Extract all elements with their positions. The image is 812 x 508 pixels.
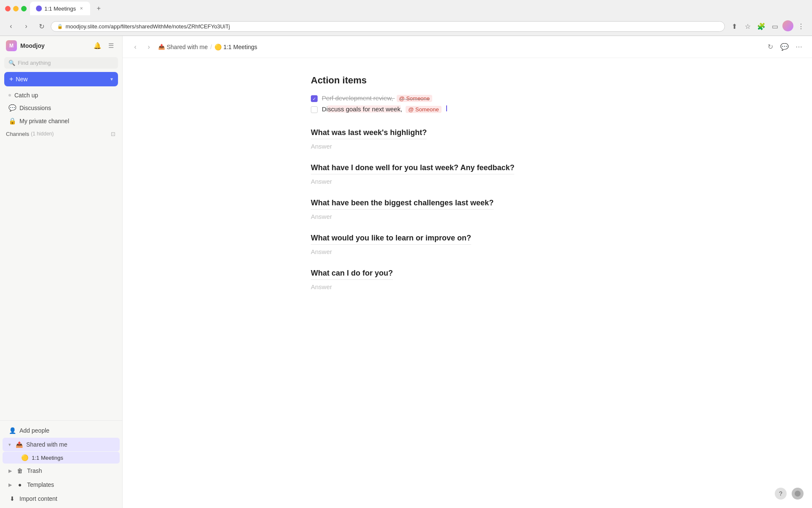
- search-bar[interactable]: 🔍 Find anything: [4, 57, 118, 69]
- question-4-answer[interactable]: Answer: [311, 248, 624, 255]
- action-items-title: Action items: [311, 75, 624, 86]
- task-1-checkbox[interactable]: ✓: [311, 95, 318, 102]
- sidebar-item-catchup[interactable]: Catch up: [3, 89, 120, 101]
- question-3-answer[interactable]: Answer: [311, 213, 624, 220]
- window-close-dot[interactable]: [5, 6, 11, 11]
- workspace-name: Moodjoy: [20, 42, 88, 49]
- status-bubble[interactable]: [792, 488, 804, 500]
- browser-sidebar-button[interactable]: ▭: [769, 20, 781, 32]
- sidebar-nav: Catch up 💬 Discussions 🔒 My private chan…: [0, 89, 122, 420]
- task-2-mention: @ Someone: [406, 106, 441, 113]
- window-minimize-dot[interactable]: [13, 6, 19, 11]
- sidebar-item-private-channel-label: My private channel: [19, 118, 114, 124]
- browser-profile-avatar[interactable]: [782, 20, 793, 31]
- breadcrumb-shared-with-me[interactable]: 📤 Shared with me: [158, 44, 208, 50]
- content-scroll-area[interactable]: Action items ✓ Perf development review, …: [123, 58, 812, 508]
- action-items-section: Action items ✓ Perf development review, …: [311, 75, 624, 115]
- toolbar-actions: ↻ 💬 ⋯: [764, 41, 805, 53]
- toolbar-more-button[interactable]: ⋯: [793, 41, 805, 53]
- channels-sidebar-icon[interactable]: ⊡: [110, 130, 116, 137]
- breadcrumb-current-icon: 🟡: [214, 44, 222, 50]
- question-1-answer[interactable]: Answer: [311, 143, 624, 150]
- browser-navbar: ‹ › ↻ 🔒 moodjoy.slite.com/app/filters/sh…: [0, 17, 812, 36]
- sidebar-item-11-meetings[interactable]: 🟡 1:1 Meetings: [3, 452, 120, 464]
- browser-bookmark-button[interactable]: ☆: [742, 20, 754, 32]
- sidebar-item-catchup-label: Catch up: [14, 92, 114, 99]
- browser-forward-button[interactable]: ›: [20, 20, 32, 32]
- address-url: moodjoy.slite.com/app/filters/sharedWith…: [66, 23, 230, 30]
- breadcrumb-parent-label: Shared with me: [167, 44, 208, 50]
- toolbar-forward-button[interactable]: ›: [143, 41, 155, 53]
- browser-back-button[interactable]: ‹: [5, 20, 17, 32]
- trash-icon: 🗑: [16, 467, 24, 475]
- notification-bell-icon[interactable]: 🔔: [92, 40, 103, 51]
- templates-icon: ●: [16, 481, 24, 489]
- workspace-avatar: M: [6, 40, 17, 51]
- question-block-1: What was last week's highlight? Answer: [311, 128, 624, 150]
- channels-section-header[interactable]: Channels (1 hidden) ⊡: [0, 128, 122, 140]
- address-bar[interactable]: 🔒 moodjoy.slite.com/app/filters/sharedWi…: [51, 21, 725, 32]
- sidebar: M Moodjoy 🔔 ☰ 🔍 Find anything + New ▾ Ca…: [0, 36, 123, 508]
- task-item-1: ✓ Perf development review, @ Someone: [311, 93, 624, 104]
- shared-with-me-icon: 📤: [15, 441, 23, 448]
- sidebar-item-trash-label: Trash: [27, 467, 42, 474]
- search-icon: 🔍: [8, 60, 15, 66]
- task-2-checkbox[interactable]: [311, 106, 318, 113]
- sidebar-item-private-channel[interactable]: 🔒 My private channel: [3, 115, 120, 127]
- sidebar-item-trash[interactable]: ▶ 🗑 Trash: [3, 464, 120, 478]
- tab-title: 1:1 Meetings: [44, 6, 76, 12]
- sidebar-item-discussions[interactable]: 💬 Discussions: [3, 102, 120, 114]
- trash-collapse-icon: ▶: [8, 468, 12, 474]
- sidebar-item-add-people[interactable]: 👤 Add people: [3, 424, 120, 437]
- new-button[interactable]: + New ▾: [4, 72, 118, 86]
- tab-close-button[interactable]: ×: [78, 6, 84, 11]
- sidebar-item-templates[interactable]: ▶ ● Templates: [3, 478, 120, 491]
- task-2-selected-text: scuss goals for next week: [328, 105, 401, 113]
- browser-titlebar: 1:1 Meetings × +: [0, 0, 812, 17]
- window-maximize-dot[interactable]: [21, 6, 27, 11]
- task-1-text: Perf development review, @ Someone: [322, 94, 432, 102]
- sidebar-item-shared-with-me[interactable]: ▾ 📤 Shared with me: [3, 438, 120, 451]
- main-toolbar: ‹ › 📤 Shared with me / 🟡 1:1 Meetings ↻ …: [123, 36, 812, 58]
- question-5-answer[interactable]: Answer: [311, 283, 624, 290]
- import-icon: ⬇: [8, 495, 16, 502]
- browser-extension-button[interactable]: 🧩: [755, 20, 767, 32]
- shared-with-me-collapse-icon: ▾: [8, 442, 11, 447]
- add-people-icon: 👤: [8, 427, 16, 434]
- sidebar-item-import-content[interactable]: ⬇ Import content: [3, 492, 120, 505]
- question-block-4: What would you like to learn or improve …: [311, 234, 624, 255]
- browser-share-button[interactable]: ⬆: [728, 20, 740, 32]
- nav-item-dot-icon: [8, 94, 11, 97]
- breadcrumb: 📤 Shared with me / 🟡 1:1 Meetings: [158, 44, 257, 50]
- new-button-chevron-icon: ▾: [110, 76, 113, 82]
- browser-chrome: 1:1 Meetings × + ‹ › ↻ 🔒 moodjoy.slite.c…: [0, 0, 812, 36]
- question-block-3: What have been the biggest challenges la…: [311, 199, 624, 220]
- question-2-answer[interactable]: Answer: [311, 178, 624, 185]
- toolbar-comment-button[interactable]: 💬: [778, 41, 791, 53]
- browser-reload-button[interactable]: ↻: [36, 20, 47, 32]
- browser-nav-actions: ⬆ ☆ 🧩 ▭ ⋮: [728, 20, 807, 32]
- tab-favicon: [36, 6, 42, 11]
- templates-collapse-icon: ▶: [8, 482, 12, 488]
- sidebar-header-icons: 🔔 ☰: [92, 40, 116, 51]
- breadcrumb-current-label: 1:1 Meetings: [223, 44, 257, 50]
- status-dot: [795, 491, 801, 497]
- toolbar-back-button[interactable]: ‹: [129, 41, 141, 53]
- tab-add-button[interactable]: +: [93, 3, 104, 14]
- channels-hidden-count: (1 hidden): [31, 131, 54, 137]
- question-2-text: What have I done well for you last week?…: [311, 163, 514, 174]
- sidebar-header: M Moodjoy 🔔 ☰: [0, 36, 122, 55]
- question-4-text: What would you like to learn or improve …: [311, 234, 471, 245]
- new-button-plus-icon: +: [9, 75, 13, 83]
- question-1-text: What was last week's highlight?: [311, 128, 427, 139]
- sidebar-toggle-icon[interactable]: ☰: [105, 40, 116, 51]
- address-lock-icon: 🔒: [57, 24, 63, 29]
- breadcrumb-separator: /: [210, 44, 212, 50]
- question-3-text: What have been the biggest challenges la…: [311, 199, 494, 210]
- browser-menu-button[interactable]: ⋮: [795, 20, 807, 32]
- task-1-mention: @ Someone: [397, 95, 432, 102]
- task-2-cursor: [446, 105, 447, 111]
- browser-tab[interactable]: 1:1 Meetings ×: [30, 2, 90, 15]
- help-button[interactable]: ?: [775, 488, 787, 500]
- toolbar-refresh-button[interactable]: ↻: [764, 41, 776, 53]
